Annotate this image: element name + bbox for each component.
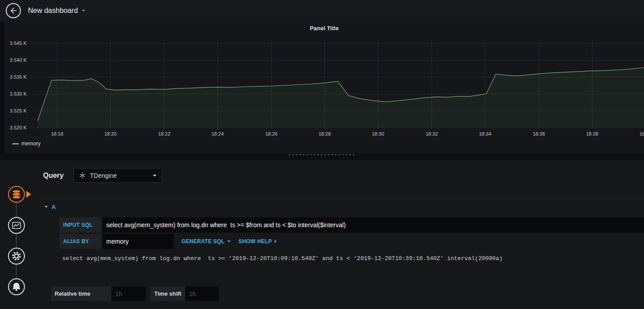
tab-queries[interactable] xyxy=(8,186,25,203)
datasource-name: TDengine xyxy=(90,172,117,179)
arrow-left-icon xyxy=(9,6,18,15)
timeseries-plot xyxy=(4,21,644,153)
panel-editor: Query TDengine A INPUT SQL xyxy=(0,160,644,309)
generate-sql-button[interactable]: GENERATE SQL xyxy=(181,234,231,249)
graph-panel: Panel Title 3.545 K3.540 K3.535 K3.530 K… xyxy=(4,21,644,153)
alias-by-row: ALIAS BY GENERATE SQL SHOW HELP xyxy=(59,234,644,249)
caret-down-icon xyxy=(153,175,156,177)
time-options-row: Relative time Time shift xyxy=(51,286,644,301)
gear-icon xyxy=(11,251,22,261)
show-help-label: SHOW HELP xyxy=(238,238,272,245)
input-sql-row: INPUT SQL xyxy=(59,217,644,233)
alias-by-label: ALIAS BY xyxy=(59,234,101,249)
caret-right-icon xyxy=(275,240,276,243)
query-section-title: Query xyxy=(43,172,64,180)
editor-tabs xyxy=(0,160,39,309)
tab-general[interactable] xyxy=(8,248,25,265)
query-row-section: A INPUT SQL ALIAS BY GENERATE SQL SHOW H… xyxy=(39,198,644,301)
relative-time-input[interactable] xyxy=(112,286,146,301)
chart-icon xyxy=(12,221,21,230)
caret-down-icon xyxy=(82,10,85,12)
dashboard-title[interactable]: New dashboard xyxy=(28,7,85,15)
query-editor: Query TDengine A INPUT SQL xyxy=(39,160,644,301)
database-icon xyxy=(12,189,21,199)
caret-down-icon xyxy=(44,206,48,208)
tabs-connector-line xyxy=(16,194,16,287)
time-shift-label: Time shift xyxy=(151,286,185,301)
options-spacer xyxy=(146,286,150,301)
back-button[interactable] xyxy=(6,3,21,18)
time-shift-input[interactable] xyxy=(185,286,219,301)
caret-down-icon xyxy=(227,241,231,242)
panel-resize-handle[interactable] xyxy=(289,154,356,155)
dashboard-canvas: Panel Title 3.545 K3.540 K3.535 K3.530 K… xyxy=(0,21,644,160)
query-collapse-toggle[interactable]: A xyxy=(39,199,644,215)
relative-time-label: Relative time xyxy=(51,286,111,301)
query-ref-id: A xyxy=(52,204,56,210)
legend-series-color xyxy=(12,143,19,144)
generated-sql-text: select avg(mem_system) from log.dn where… xyxy=(62,255,644,262)
timeseries-chart[interactable]: 3.545 K3.540 K3.535 K3.530 K3.525 K3.520… xyxy=(4,21,644,153)
datasource-picker[interactable]: TDengine xyxy=(73,168,162,183)
tab-visualization[interactable] xyxy=(8,217,25,234)
tdengine-logo-icon xyxy=(79,172,86,179)
active-tab-arrow xyxy=(26,191,31,198)
input-sql-label: INPUT SQL xyxy=(59,217,101,233)
show-help-button[interactable]: SHOW HELP xyxy=(238,234,276,249)
generate-sql-label: GENERATE SQL xyxy=(181,238,224,245)
dashboard-title-text: New dashboard xyxy=(28,7,78,15)
dashboard-header: New dashboard xyxy=(0,0,644,21)
legend: memory xyxy=(12,140,40,147)
query-fields: INPUT SQL ALIAS BY GENERATE SQL SHOW HEL… xyxy=(59,217,644,262)
legend-series-label: memory xyxy=(21,140,40,147)
query-header: Query TDengine xyxy=(39,168,644,183)
alias-by-field[interactable] xyxy=(103,234,174,249)
tab-alert[interactable] xyxy=(8,278,25,295)
bell-icon xyxy=(12,282,21,292)
input-sql-field[interactable] xyxy=(103,217,644,233)
legend-item-memory[interactable]: memory xyxy=(12,140,40,147)
